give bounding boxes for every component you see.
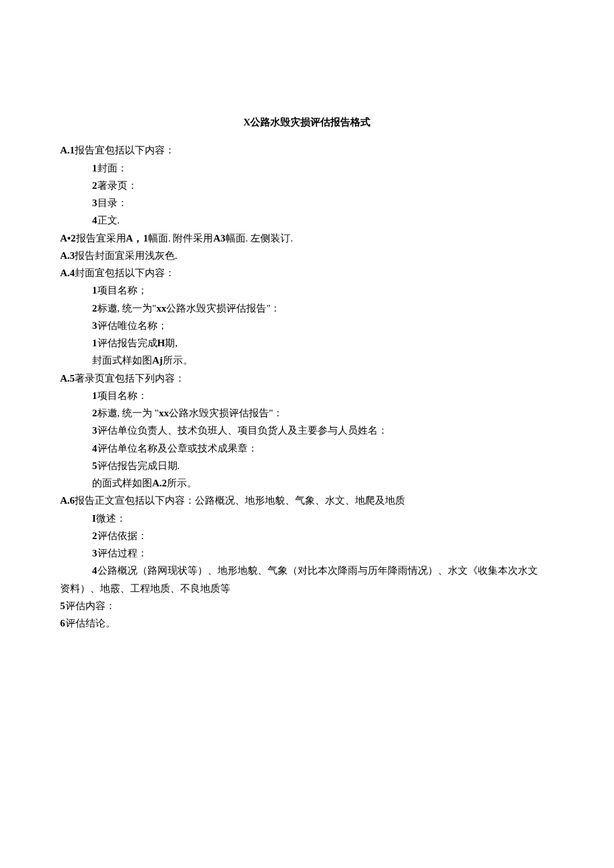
a4-text: 封面宜包括以下内容： <box>75 268 175 278</box>
a4-item-2-text1: 标邀, 统一为" <box>97 303 157 314</box>
a5-item-3: 3评估单位负责人、技术负班人、项目负货人及主要参与人员姓名： <box>60 422 554 439</box>
a5-bold: A.5 <box>60 373 75 384</box>
a4-item-2: 2标邀, 统一为"xx公路水毁灾损评估报告"： <box>60 300 554 317</box>
a6-item-2-text: 评估依据： <box>97 530 147 541</box>
section-a4-header: A.4封面宜包括以下内容： <box>60 264 554 282</box>
a5-item-4: 4评估单位名称及公章或技术成果章： <box>60 440 554 457</box>
a4-item-4-text1: 评估报告完成 <box>97 338 158 348</box>
a1-item-3-bold: 3 <box>92 197 97 208</box>
a1-item-2: 2著录页： <box>60 177 554 194</box>
a5-item-6: 的面式样如图A.2所示。 <box>60 474 554 492</box>
a5-item-1: 1项目名称： <box>60 387 554 404</box>
a2-text2: 幅面. 附件采用 <box>148 233 214 244</box>
a6-item-1-text: 微述： <box>96 513 126 524</box>
a6-wrap: 资料）、地霰、工程地质、不良地质等 <box>60 580 554 597</box>
a6-item-2: 2评估依据： <box>60 527 554 544</box>
a5-item-2-text1: 标邀, 统一为 " <box>97 408 159 418</box>
a5-item-1-text: 项目名称： <box>97 390 147 401</box>
a2-bold1: A•2 <box>60 233 76 244</box>
section-a5-header: A.5著录页宜包括下列内容： <box>60 370 554 387</box>
a6-item-3-bold: 3 <box>92 548 97 558</box>
a6-item-4-text: 公路概况（路网现状等）、地形地貌、气象（对比本次降雨与历年降雨情况）、水文《收集… <box>97 565 538 576</box>
a1-item-3-text: 目录： <box>97 197 127 208</box>
a1-item-2-bold: 2 <box>92 180 97 191</box>
a1-bold: A.1 <box>60 145 75 155</box>
a4-item-1: 1项目名称； <box>60 282 554 299</box>
a6-item-5: 5评估内容： <box>60 597 554 614</box>
a5-item-3-bold: 3 <box>92 425 97 436</box>
a2-bold2: A，1 <box>126 233 148 244</box>
a4-item-1-bold: 1 <box>92 285 97 296</box>
a5-item-4-bold: 4 <box>92 443 97 454</box>
a2-bold3: A3 <box>213 233 225 244</box>
section-a6-header: A.6报告正文宣包括以下内容：公路概况、地形地貌、气象、水文、地爬及地质 <box>60 492 554 509</box>
a4-item-5-inner: Aj <box>152 355 163 366</box>
a4-item-1-text: 项目名称； <box>97 285 147 296</box>
a6-text: 报告正文宣包括以下内容：公路概况、地形地貌、气象、水文、地爬及地质 <box>75 495 405 506</box>
a5-item-2-bold: 2 <box>92 408 97 418</box>
a6-item-6-bold: 6 <box>60 618 65 628</box>
a4-item-4-inner: H <box>158 338 166 348</box>
a5-item-3-text: 评估单位负责人、技术负班人、项目负货人及主要参与人员姓名： <box>97 425 388 436</box>
a5-item-4-text: 评估单位名称及公章或技术成果章： <box>97 443 258 454</box>
a4-item-3: 3评估唯位名称； <box>60 317 554 334</box>
a6-item-6-text: 评估结论。 <box>65 618 115 628</box>
a6-item-3-text: 评估过程： <box>97 548 147 558</box>
a5-text: 著录页宜包括下列内容： <box>75 373 185 384</box>
a5-item-6-text2: 所示。 <box>167 478 197 488</box>
a2-text1: 报告宜采用 <box>76 233 126 244</box>
a4-item-3-text: 评估唯位名称； <box>97 320 168 331</box>
a1-item-4: 4正文. <box>60 211 554 229</box>
a4-item-2-bold: 2 <box>92 303 97 314</box>
a5-item-1-bold: 1 <box>92 390 97 401</box>
a4-item-4-text2: 期, <box>165 338 178 348</box>
a6-bold: A.6 <box>60 495 75 506</box>
a3-bold: A.3 <box>60 250 75 261</box>
a6-wrap-text: 资料）、地霰、工程地质、不良地质等 <box>60 583 230 594</box>
a6-item-2-bold: 2 <box>92 530 97 541</box>
section-a3: A.3报告封面宜采用浅灰色. <box>60 247 554 264</box>
a1-text: 报告宜包括以下内容： <box>75 145 175 155</box>
a5-item-2-text2: 公路水毁灾损评估报告"： <box>169 408 283 418</box>
a1-item-1-text: 封面： <box>97 163 127 173</box>
a4-item-2-inner: xx <box>156 303 166 314</box>
a4-item-2-text2: 公路水毁灾损评估报告"： <box>166 303 280 314</box>
a4-bold: A.4 <box>60 268 75 278</box>
a4-item-5-text1: 封面式样如图 <box>92 355 152 366</box>
a3-text: 报告封面宜采用浅灰色. <box>75 250 178 261</box>
a6-item-1: I微述： <box>60 510 554 527</box>
a4-item-4-bold: 1 <box>92 338 97 348</box>
a1-item-4-text: 正文. <box>97 215 120 226</box>
a4-item-3-bold: 3 <box>92 320 97 331</box>
a4-item-5: 封面式样如图Aj所示。 <box>60 352 554 369</box>
a1-item-4-bold: 4 <box>92 215 97 226</box>
a5-item-5-text: 评估报告完成日期. <box>97 460 180 471</box>
a1-item-2-text: 著录页： <box>97 180 137 191</box>
a6-item-5-text: 评估内容： <box>65 600 115 611</box>
section-a2: A•2报告宜采用A，1幅面. 附件采用A3幅面. 左侧装订. <box>60 230 554 247</box>
a6-item-5-bold: 5 <box>60 600 65 611</box>
a6-item-6: 6评估结论。 <box>60 614 554 632</box>
a4-item-4: 1评估报告完成H期, <box>60 334 554 352</box>
a2-text3: 幅面. 左侧装订. <box>226 233 293 244</box>
a5-item-6-text1: 的面式样如图 <box>92 478 152 488</box>
a1-item-1: 1封面： <box>60 159 554 177</box>
a6-item-4-bold: 4 <box>92 565 97 576</box>
a1-item-1-bold: 1 <box>92 163 97 173</box>
a1-item-3: 3目录： <box>60 194 554 211</box>
a6-item-3: 3评估过程： <box>60 544 554 562</box>
a4-item-5-text2: 所示。 <box>163 355 193 366</box>
a5-item-6-inner: A.2 <box>152 478 167 488</box>
a5-item-2: 2标邀, 统一为 "xx公路水毁灾损评估报告"： <box>60 404 554 422</box>
document-title: X公路水毁灾损评估报告格式 <box>60 113 554 131</box>
a5-item-2-inner: xx <box>159 408 169 418</box>
a5-item-5: 5评估报告完成日期. <box>60 457 554 474</box>
a6-item-4: 4公路概况（路网现状等）、地形地貌、气象（对比本次降雨与历年降雨情况）、水文《收… <box>60 562 554 579</box>
a5-item-5-bold: 5 <box>92 460 97 471</box>
section-a1-header: A.1报告宜包括以下内容： <box>60 141 554 159</box>
